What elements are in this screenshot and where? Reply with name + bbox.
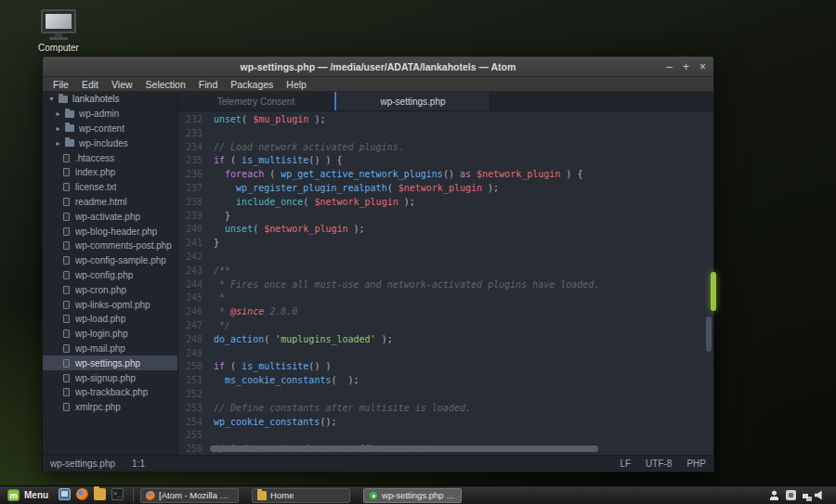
code-line: 249	[178, 347, 713, 361]
user-icon[interactable]	[769, 490, 779, 500]
tree-file-label: wp-signup.php	[75, 373, 136, 383]
code-line: 242	[178, 251, 713, 265]
menu-find[interactable]: Find	[192, 77, 224, 92]
tree-view-sidebar[interactable]: ▾lankahotels▸wp-admin▸wp-content▸wp-incl…	[43, 92, 178, 455]
code-editor[interactable]: 232unset( $mu_plugin );233234// Load net…	[178, 111, 713, 455]
encoding-indicator[interactable]: UTF-8	[646, 459, 672, 469]
titlebar[interactable]: wp-settings.php — /media/user/ADATA/lank…	[43, 57, 713, 77]
minimize-icon[interactable]: –	[666, 61, 673, 72]
code-line: 246 * @since 2.8.0	[178, 305, 713, 319]
tab-bar: Telemetry Consentwp-settings.php	[178, 92, 713, 111]
tree-file-label: index.php	[75, 167, 115, 177]
tree-root-lankahotels[interactable]: ▾lankahotels	[43, 92, 177, 107]
tree-file-label: wp-comments-post.php	[75, 240, 172, 251]
tree-file-wp-settings-php[interactable]: wp-settings.php	[43, 355, 177, 370]
code-line: 247 */	[178, 319, 713, 333]
taskbar-window-home[interactable]: Home	[252, 488, 350, 503]
code-line: 232unset( $mu_plugin );	[178, 113, 713, 127]
tree-file-wp-login-php[interactable]: wp-login.php	[43, 327, 177, 342]
atom-icon	[369, 491, 378, 500]
menu-selection[interactable]: Selection	[139, 77, 192, 92]
horizontal-scrollbar[interactable]	[210, 446, 598, 452]
file-icon	[63, 286, 70, 294]
tree-folder-wp-includes[interactable]: ▸wp-includes	[43, 136, 177, 150]
tree-file-readme-html[interactable]: readme.html	[43, 195, 177, 210]
show-desktop-icon[interactable]	[59, 488, 71, 500]
code-line: 240 unset( $network_plugin );	[178, 223, 713, 237]
tree-file-wp-signup-php[interactable]: wp-signup.php	[43, 370, 177, 385]
tree-folder-wp-admin[interactable]: ▸wp-admin	[43, 107, 177, 122]
file-icon	[63, 271, 70, 279]
file-icon	[63, 330, 70, 338]
code-line: 252	[178, 388, 713, 402]
statusbar-filename: wp-settings.php	[50, 459, 115, 469]
cursor-position[interactable]: 1:1	[132, 459, 145, 469]
menu-view[interactable]: View	[105, 77, 139, 92]
file-icon	[63, 344, 70, 353]
tree-folder-label: wp-admin	[79, 109, 119, 119]
line-ending-indicator[interactable]: LF	[620, 459, 631, 469]
code-line: 248do_action( 'muplugins_loaded' );	[178, 333, 713, 347]
folder-icon	[257, 491, 267, 500]
taskbar-window-label: wp-settings.php — /...	[382, 490, 456, 500]
computer-icon-label: Computer	[32, 43, 85, 53]
tree-file-wp-activate-php[interactable]: wp-activate.php	[43, 209, 177, 224]
tree-file-wp-blog-header-php[interactable]: wp-blog-header.php	[43, 224, 177, 239]
code-line: 238 include_once( $network_plugin );	[178, 196, 713, 210]
code-line: 234// Load network activated plugins.	[178, 141, 713, 155]
tree-file-wp-links-opml-php[interactable]: wp-links-opml.php	[43, 297, 177, 312]
tree-file-label: wp-activate.php	[75, 212, 140, 222]
tree-folder-wp-content[interactable]: ▸wp-content	[43, 122, 177, 136]
menu-help[interactable]: Help	[280, 77, 313, 92]
code-line: 233	[178, 127, 713, 141]
menubar: FileEditViewSelectionFindPackagesHelp	[43, 77, 713, 92]
computer-desktop-icon[interactable]: Computer	[32, 9, 85, 53]
line-number: 255	[178, 429, 202, 443]
tree-file-wp-load-php[interactable]: wp-load.php	[43, 312, 177, 327]
taskbar-window-wp-settings-php[interactable]: wp-settings.php — /...	[363, 488, 462, 503]
firefox-icon[interactable]	[76, 488, 88, 500]
line-number: 244	[178, 278, 202, 292]
line-number: 248	[178, 333, 202, 347]
file-icon	[63, 168, 70, 176]
line-number: 250	[178, 360, 202, 374]
tab-telemetry-consent[interactable]: Telemetry Consent	[178, 92, 334, 110]
terminal-icon[interactable]	[111, 488, 124, 500]
tree-file-xmlrpc-php[interactable]: xmlrpc.php	[43, 400, 177, 415]
tree-file-wp-config-php[interactable]: wp-config.php	[43, 268, 177, 283]
tree-file-index-php[interactable]: index.php	[43, 165, 177, 180]
tree-root-label: lankahotels	[72, 94, 120, 104]
taskbar: m Menu [Atom - Mozilla Firef...Homewp-se…	[0, 485, 836, 504]
file-icon	[63, 227, 70, 236]
network-icon[interactable]	[803, 494, 808, 498]
menu-edit[interactable]: Edit	[75, 77, 105, 92]
volume-icon[interactable]	[815, 490, 825, 500]
line-number: 236	[178, 168, 202, 182]
tree-file-htaccess[interactable]: .htaccess	[43, 150, 177, 165]
tree-file-wp-config-sample-php[interactable]: wp-config-sample.php	[43, 253, 177, 268]
grammar-indicator[interactable]: PHP	[686, 459, 706, 469]
menu-file[interactable]: File	[46, 77, 75, 92]
tree-folder-label: wp-includes	[79, 138, 128, 149]
line-number: 251	[178, 374, 202, 388]
maximize-icon[interactable]: +	[683, 61, 689, 72]
tree-file-license-txt[interactable]: license.txt	[43, 180, 177, 195]
file-icon	[63, 241, 70, 250]
code-line: 237 wp_register_plugin_realpath( $networ…	[178, 182, 713, 196]
files-icon[interactable]	[94, 488, 106, 500]
tree-file-wp-cron-php[interactable]: wp-cron.php	[43, 282, 177, 297]
chevron-right-icon: ▸	[54, 139, 62, 148]
tree-file-wp-mail-php[interactable]: wp-mail.php	[43, 342, 177, 356]
menu-packages[interactable]: Packages	[224, 77, 280, 92]
menu-button[interactable]: m Menu	[6, 486, 56, 504]
close-icon[interactable]: ×	[699, 61, 706, 72]
line-number: 245	[178, 291, 202, 305]
tree-file-wp-trackback-php[interactable]: wp-trackback.php	[43, 385, 177, 400]
removable-drive-icon[interactable]	[786, 490, 796, 500]
vertical-scrollbar[interactable]	[706, 317, 712, 352]
tree-file-wp-comments-post-php[interactable]: wp-comments-post.php	[43, 239, 177, 253]
tree-file-label: wp-config-sample.php	[75, 255, 166, 265]
taskbar-window-atom-mozilla-firef[interactable]: [Atom - Mozilla Firef...	[140, 488, 239, 503]
tab-wp-settings-php[interactable]: wp-settings.php	[334, 92, 490, 110]
line-number: 254	[178, 416, 202, 430]
